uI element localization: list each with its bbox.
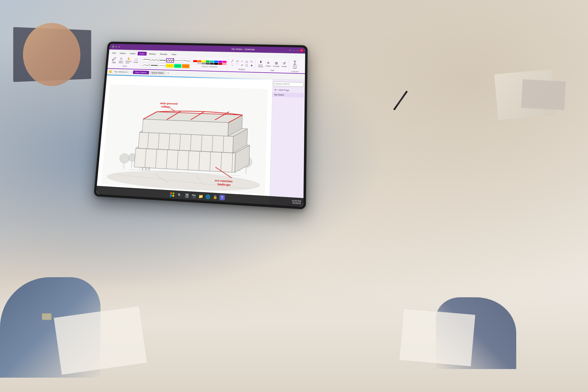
add-tab-btn[interactable]: + [166,72,170,75]
panning-hand-btn[interactable]: ✋ PanningHand [125,57,133,64]
camera-taskbar-btn[interactable]: 📷 [191,193,196,199]
tablet-screen: 📓 ↩ ↪ My Notes - OneNote ? — □ ✕ File Ho… [96,44,305,207]
type-label: Type [112,61,116,63]
color-mgray[interactable] [202,62,206,64]
tab-home[interactable]: Home [118,51,128,55]
rotate-btn[interactable]: ↺ Rotate [281,61,288,68]
pen-style-5[interactable] [174,58,182,63]
color-lgray[interactable] [197,62,201,64]
color-yellow[interactable] [202,60,206,62]
tab-view[interactable]: View [170,53,179,56]
shape-line[interactable]: ╱ [230,59,235,63]
color-teal[interactable] [210,60,214,62]
shape-diamond[interactable]: ◇ [249,59,254,63]
main-area: solar-powered ceilings eco-conscious lan… [96,75,305,207]
person-head [23,23,80,86]
pen-style-9[interactable] [158,63,166,68]
shape-pentagon[interactable]: ⬠ [244,63,249,67]
edge-taskbar-btn[interactable]: 🌐 [205,194,210,199]
notebook-selector[interactable]: My Notebook ▾ [113,70,130,74]
ink-to-math-btn[interactable]: ∑ Ink to Math [291,59,299,69]
shape-circle[interactable]: ○ [240,59,244,63]
pen-style-8[interactable] [150,63,158,67]
shape-star[interactable]: ★ [249,63,254,67]
notebook-name: My Notebook [114,71,127,73]
color-dkgray[interactable] [210,63,214,65]
svg-text:ceilings: ceilings [161,105,171,108]
insert-space-btn[interactable]: ⬍ InsertSpace [257,59,264,68]
page-content[interactable]: solar-powered ceilings eco-conscious lan… [96,75,273,205]
windows-btn[interactable] [169,192,175,197]
color-red[interactable] [193,60,197,62]
eraser-icon: ⬜ [134,58,138,61]
color-blue[interactable] [214,61,218,63]
pen-styles-row1 [142,57,190,63]
files-taskbar-btn[interactable]: 📁 [198,193,204,199]
quick-access-undo[interactable]: ↩ [115,46,117,48]
lock-taskbar-btn[interactable]: 🔒 [212,194,218,200]
svg-rect-61 [170,195,172,197]
search-taskbar-btn[interactable]: 🔍 [176,192,182,198]
page-list-item-my-notes[interactable]: My Notes [272,92,305,98]
color-maroon[interactable] [218,63,222,65]
maximize-btn[interactable]: □ [296,49,299,52]
shape-arrow[interactable]: → [230,63,234,67]
tab-insert[interactable]: Insert [128,52,138,55]
pen-style-3[interactable] [158,58,166,63]
hand-icon: ✋ [127,57,130,60]
tab-file[interactable]: File [110,51,118,55]
highlight-orange[interactable] [182,64,190,68]
close-btn[interactable]: ✕ [300,49,303,52]
color-dgray[interactable] [206,63,210,65]
ribbon-btn-row-tools: 🖊 Type ⊙ LassoSelect ✋ PanningHand ⬜ Era… [111,56,140,64]
shape-triangle[interactable]: △ [244,59,249,63]
highlight-yellow[interactable] [166,63,174,68]
rotate-label: Rotate [282,65,287,67]
color-black[interactable] [214,63,218,65]
pen-style-1[interactable] [142,57,150,62]
highlight-green[interactable] [174,64,182,68]
color-thickness-group: Color & Thickness [192,57,228,71]
shape-curve[interactable]: ⌒ [235,63,239,67]
tab-draw[interactable]: Draw [138,52,147,56]
tab-new-sketch[interactable]: New Sketch [133,70,149,74]
color-orange[interactable] [197,60,201,62]
desk-paper-2 [399,308,475,366]
lasso-icon: ⊙ [120,57,122,60]
quick-access-redo[interactable]: ↪ [118,46,120,48]
search-input[interactable] [274,81,304,87]
pen-styles-group [141,56,192,70]
delete-btn[interactable]: ✕ Delete [265,60,272,67]
teams-taskbar-btn[interactable]: T [219,195,225,200]
color-salmon[interactable] [223,63,227,65]
add-page-label: + Add Page [277,88,289,91]
architectural-sketch: solar-powered ceilings eco-conscious lan… [100,77,268,202]
pen-style-4[interactable] [166,58,174,63]
help-btn[interactable]: ? [289,49,291,52]
lasso-select-btn[interactable]: ⊙ LassoSelect [117,57,125,64]
edit-group-label: Edit [270,69,274,71]
date-display: 9/1/2022 [292,202,301,205]
color-green[interactable] [206,60,210,62]
pen-style-6[interactable] [182,58,190,63]
arrange-btn[interactable]: ⊞ Arrange [272,61,280,68]
pen-style-2[interactable] [150,58,158,62]
shape-diag-arrow[interactable]: ↗ [239,63,244,67]
type-btn[interactable]: 🖊 Type [111,56,118,64]
arrange-icon: ⊞ [275,61,278,65]
eraser-btn[interactable]: ⬜ Eraser [133,58,140,64]
tab-history[interactable]: History [147,52,158,56]
pen-style-7[interactable] [142,63,150,67]
tablet-device: 📓 ↩ ↪ My Notes - OneNote ? — □ ✕ File Ho… [94,42,307,209]
minimize-btn[interactable]: — [292,49,295,52]
convert-group-label: Convert [291,71,298,73]
onenote-taskbar-btn[interactable]: 📓 [184,193,189,198]
tab-review[interactable]: Review [158,52,169,56]
color-purple[interactable] [218,61,223,63]
tools-group-label: Tools [122,65,127,67]
shape-rect[interactable]: ▭ [235,59,239,63]
tab-quick-notes[interactable]: Quick Notes [149,71,166,75]
color-white[interactable] [193,62,197,64]
color-pink[interactable] [223,61,227,63]
arrange-label: Arrange [273,65,279,67]
